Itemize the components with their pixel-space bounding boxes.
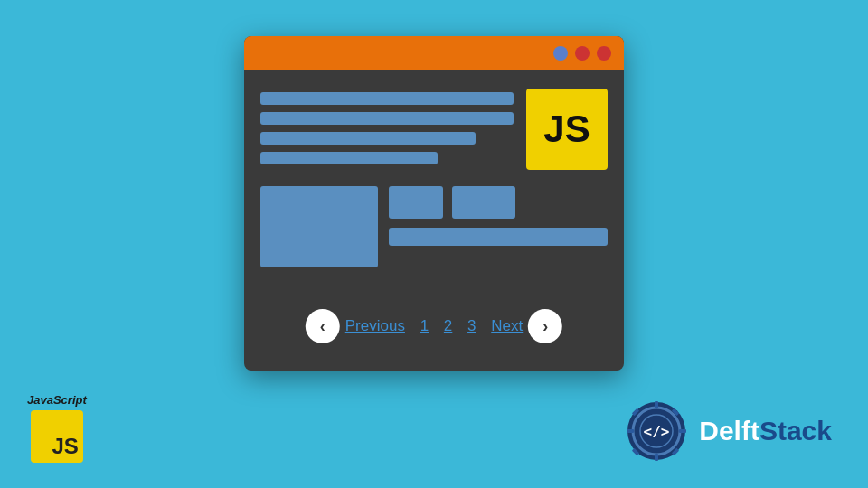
window-dot-red2 (597, 46, 611, 61)
page-1-link[interactable]: 1 (420, 317, 429, 335)
small-blocks-row (389, 186, 608, 219)
delftstack-name: DelftStack (699, 416, 832, 446)
js-badge: JS (526, 89, 608, 170)
text-line-4 (260, 152, 438, 164)
browser-mockup: JS ‹ Previous 1 2 3 (244, 36, 624, 371)
svg-rect-3 (655, 454, 658, 461)
browser-content-area: JS (244, 70, 624, 286)
svg-text:</>: </> (644, 423, 670, 440)
js-logo-label: JavaScript (27, 393, 87, 407)
delftstack-delt: Delft (699, 416, 760, 446)
next-arrow-icon: › (542, 317, 548, 336)
delftstack-emblem-icon: </> (625, 399, 688, 463)
small-block-2 (452, 186, 515, 219)
right-blocks (389, 186, 608, 246)
svg-rect-2 (655, 401, 658, 408)
prev-arrow-icon: ‹ (320, 317, 326, 336)
js-logo-container: JavaScript (27, 393, 87, 463)
page-separator-2 (434, 317, 439, 335)
next-link[interactable]: Next (491, 317, 523, 335)
next-circle-button[interactable]: › (528, 309, 562, 343)
page-separator-4 (482, 317, 486, 335)
pagination-links: Previous 1 2 3 Next (345, 317, 523, 335)
svg-rect-4 (627, 429, 634, 433)
browser-titlebar (244, 36, 624, 70)
text-line-3 (260, 132, 476, 145)
small-block-1 (389, 186, 443, 219)
page-3-link[interactable]: 3 (467, 317, 476, 335)
previous-link[interactable]: Previous (345, 317, 405, 335)
js-logo-badge (31, 410, 83, 463)
text-lines (260, 89, 514, 170)
text-line-1 (260, 92, 514, 105)
delftstack-stack: Stack (760, 416, 832, 446)
page-2-link[interactable]: 2 (444, 317, 452, 335)
delftstack-container: </> DelftStack (625, 399, 832, 463)
svg-rect-5 (679, 429, 686, 433)
wide-block (389, 228, 608, 246)
page-separator-1 (410, 317, 415, 335)
pagination: ‹ Previous 1 2 3 Next › (306, 309, 562, 343)
lower-content (260, 186, 608, 267)
top-content: JS (260, 89, 608, 170)
window-dot-red1 (575, 46, 590, 61)
window-dot-blue (553, 46, 568, 61)
big-content-block (260, 186, 378, 267)
prev-circle-button[interactable]: ‹ (306, 309, 340, 343)
js-badge-label: JS (543, 108, 590, 151)
text-line-2 (260, 112, 514, 125)
page-separator-3 (458, 317, 462, 335)
